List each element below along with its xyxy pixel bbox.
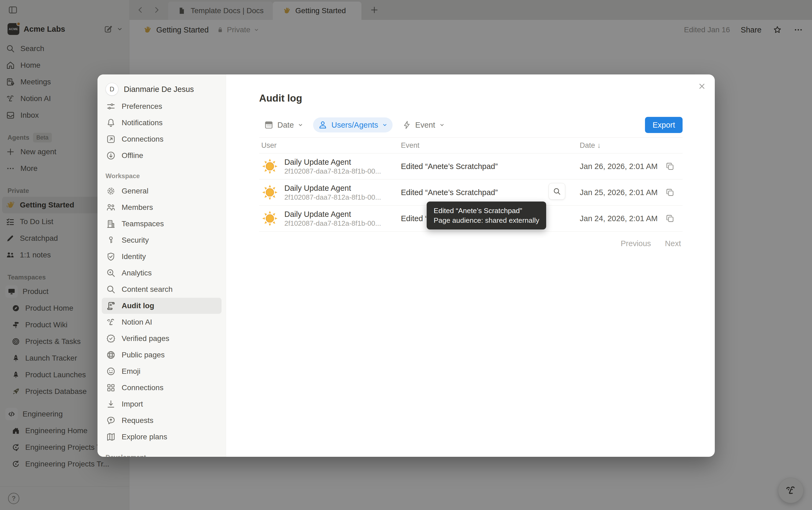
page-title: Audit log [259, 92, 683, 105]
lightning-icon [402, 120, 412, 130]
agent-id: 2f102087-daa7-812a-8f1b-00... [284, 219, 381, 228]
scroll-icon [106, 301, 116, 311]
pagination: Previous Next [259, 239, 683, 248]
sun-agent-avatar [261, 158, 278, 175]
agent-id: 2f102087-daa7-812a-8f1b-00... [284, 193, 381, 201]
agent-id: 2f102087-daa7-812a-8f1b-00... [284, 167, 381, 175]
settings-nav-security[interactable]: Security [102, 232, 221, 248]
building-icon [106, 219, 116, 229]
settings-nav-members[interactable]: Members [102, 199, 221, 216]
settings-nav: D Dianmarie De Jesus Preferences Notific… [97, 75, 226, 457]
calendar-icon [263, 119, 274, 130]
sun-agent-avatar [261, 184, 278, 201]
account-name: Dianmarie De Jesus [124, 85, 194, 94]
audit-log-panel: Audit log Date Users/Agents Event [226, 75, 715, 457]
table-header: User Event Date↓ [259, 137, 683, 153]
copy-icon[interactable] [665, 161, 675, 171]
sort-descending-icon: ↓ [597, 141, 601, 150]
settings-nav-teamspaces[interactable]: Teamspaces [102, 216, 221, 232]
notion-app-window: ACME Acme Labs Search Home Meetings Noti… [0, 0, 812, 510]
date-cell: Jan 25, 2026, 2:01 AM [580, 188, 658, 197]
settings-nav-account[interactable]: D Dianmarie De Jesus [102, 80, 221, 98]
settings-nav-preferences[interactable]: Preferences [102, 98, 221, 114]
members-icon [106, 202, 116, 213]
column-header-user[interactable]: User [259, 141, 399, 150]
event-cell: Edited “Anete’s Scratchpad” [399, 162, 578, 171]
column-header-date[interactable]: Date↓ [578, 141, 683, 150]
settings-nav-identity[interactable]: Identity [102, 249, 221, 265]
date-filter[interactable]: Date [259, 117, 308, 133]
chevron-down-icon [297, 121, 304, 129]
filter-bar: Date Users/Agents Event Export [259, 117, 683, 133]
search-sparkle-icon [106, 267, 116, 278]
event-filter[interactable]: Event [397, 117, 450, 133]
download-circle-icon [106, 150, 116, 161]
settings-nav-connections-account[interactable]: Connections [102, 131, 221, 147]
inspect-event-button[interactable] [549, 183, 565, 200]
settings-nav-analytics[interactable]: Analytics [102, 265, 221, 281]
development-section-label: Development [106, 452, 218, 457]
settings-nav-explore-plans[interactable]: Explore plans [102, 429, 221, 445]
settings-nav-notifications[interactable]: Notifications [102, 115, 221, 131]
bell-icon [106, 117, 116, 128]
person-icon [318, 119, 328, 130]
sun-agent-avatar [261, 210, 278, 227]
users-agents-filter[interactable]: Users/Agents [313, 117, 393, 133]
table-row[interactable]: Daily Update Agent 2f102087-daa7-812a-8f… [259, 153, 683, 179]
grid-icon [106, 382, 116, 393]
shield-check-icon [106, 251, 116, 262]
settings-nav-notion-ai[interactable]: Notion AI [102, 314, 221, 330]
smiley-icon [106, 366, 116, 377]
settings-nav-connections-workspace[interactable]: Connections [102, 380, 221, 396]
settings-nav-public-pages[interactable]: Public pages [102, 347, 221, 363]
settings-nav-audit-log[interactable]: Audit log [102, 298, 221, 314]
previous-button[interactable]: Previous [621, 239, 651, 248]
agent-name: Daily Update Agent [284, 209, 381, 219]
date-cell: Jan 26, 2026, 2:01 AM [580, 162, 658, 171]
copy-icon[interactable] [665, 187, 675, 198]
import-icon [106, 399, 116, 409]
chevron-down-icon [381, 121, 388, 129]
date-cell: Jan 24, 2026, 2:01 AM [580, 214, 658, 223]
tooltip-event-title: Edited “Anete’s Scratchpad” [434, 206, 539, 216]
verified-badge-icon [106, 333, 116, 344]
notion-ai-face-icon [106, 317, 116, 328]
export-button[interactable]: Export [645, 117, 683, 133]
sliders-icon [106, 101, 116, 112]
external-link-icon [106, 134, 116, 145]
agent-name: Daily Update Agent [284, 183, 381, 193]
tooltip-event-detail: Page audience: shared externally [434, 216, 539, 225]
message-up-icon [106, 415, 116, 426]
workspace-section-label: Workspace [106, 171, 218, 181]
next-button[interactable]: Next [665, 239, 681, 248]
settings-nav-emoji[interactable]: Emoji [102, 363, 221, 379]
globe-icon [106, 349, 116, 360]
event-tooltip: Edited “Anete’s Scratchpad” Page audienc… [427, 201, 546, 229]
key-icon [106, 235, 116, 246]
settings-nav-requests[interactable]: Requests [102, 413, 221, 429]
settings-nav-offline[interactable]: Offline [102, 147, 221, 164]
map-icon [106, 431, 116, 442]
column-header-event[interactable]: Event [399, 141, 578, 150]
close-icon[interactable] [696, 81, 707, 92]
settings-nav-verified-pages[interactable]: Verified pages [102, 331, 221, 347]
search-icon [106, 284, 116, 295]
settings-nav-import[interactable]: Import [102, 396, 221, 412]
chevron-down-icon [439, 121, 446, 129]
settings-modal: D Dianmarie De Jesus Preferences Notific… [97, 75, 715, 457]
copy-icon[interactable] [665, 214, 675, 224]
avatar: D [106, 83, 118, 96]
settings-nav-content-search[interactable]: Content search [102, 281, 221, 298]
gear-icon [106, 186, 116, 196]
settings-nav-general[interactable]: General [102, 183, 221, 199]
agent-name: Daily Update Agent [284, 157, 381, 167]
